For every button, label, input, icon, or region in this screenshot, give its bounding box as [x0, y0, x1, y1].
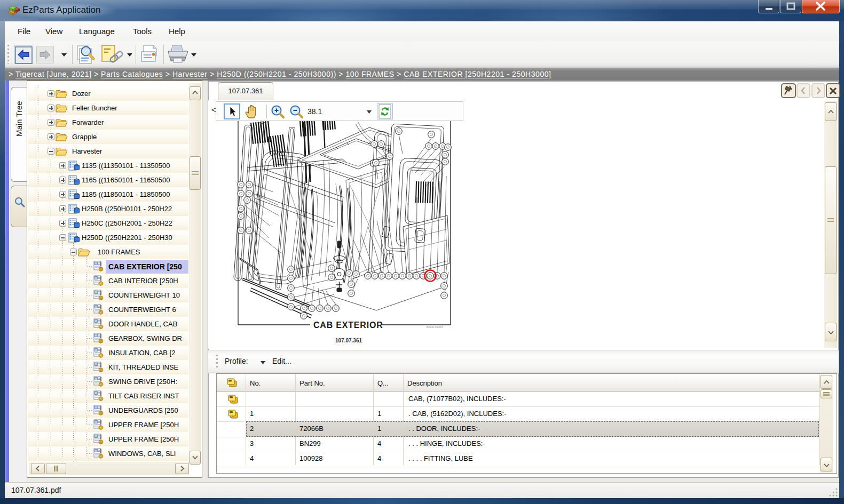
- svg-text:ISSUE 6/2016: ISSUE 6/2016: [426, 325, 443, 329]
- svg-text:Main Tree: Main Tree: [14, 101, 23, 137]
- svg-text:CAB EXTERIOR: CAB EXTERIOR: [313, 321, 383, 330]
- svg-text:107.07.361: 107.07.361: [335, 338, 362, 343]
